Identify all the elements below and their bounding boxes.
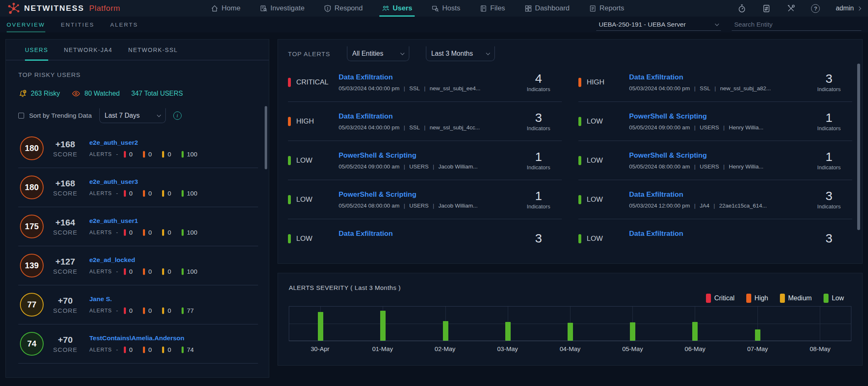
subnav-right-controls: UEBA-250-191 - UEBA Server — [596, 18, 861, 31]
high-count: 0 — [143, 151, 152, 158]
high-severity-pill — [143, 307, 145, 314]
alert-row[interactable]: LOW PowerShell & Scripting 05/05/2024 09… — [288, 141, 562, 180]
user-row[interactable]: 139 +127 SCORE e2e_ad_locked ALERTS - 0 … — [18, 246, 258, 285]
alert-row[interactable]: HIGH Data Exfiltration 05/03/2024 04:00:… — [578, 63, 852, 102]
nav-item-users[interactable]: Users — [382, 0, 412, 17]
tab-users[interactable]: USERS — [25, 40, 48, 60]
chart-x-axis-labels: 30-Apr01-May02-May03-May04-May05-May06-M… — [289, 345, 851, 352]
alert-name-link[interactable]: Data Exfiltration — [629, 73, 683, 81]
alert-name-link[interactable]: PowerShell & Scripting — [339, 151, 416, 159]
alert-name-link[interactable]: Data Exfiltration — [629, 230, 683, 238]
alert-name-link[interactable]: Data Exfiltration — [339, 112, 393, 120]
watched-stat[interactable]: 80 Watched — [71, 89, 120, 98]
top-alerts-panel: TOP ALERTS All Entities Last 3 Months CR… — [278, 39, 863, 264]
time-range-select[interactable]: Last 7 Days — [99, 108, 166, 123]
legend-label: High — [755, 294, 768, 302]
risky-stat[interactable]: 263 Risky — [18, 89, 60, 98]
alert-row[interactable]: CRITICAL Data Exfiltration 05/03/2024 04… — [288, 63, 562, 102]
nav-item-reports[interactable]: Reports — [589, 0, 625, 17]
ueba-server-select[interactable]: UEBA-250-191 - UEBA Server — [596, 18, 721, 31]
alert-row[interactable]: LOW PowerShell & Scripting 05/05/2024 08… — [288, 180, 562, 219]
alert-row[interactable]: LOW Data Exfiltration || 3 — [288, 219, 562, 258]
sort-by-trending-checkbox[interactable] — [18, 113, 24, 119]
user-name-link[interactable]: Jane S. — [89, 295, 112, 302]
user-row[interactable]: 180 +168 SCORE e2e_auth_user2 ALERTS - 0… — [18, 129, 258, 168]
alert-severity: LOW — [578, 234, 629, 243]
x-axis-label: 05-May — [601, 345, 664, 352]
high-count: 0 — [143, 307, 152, 314]
alert-row[interactable]: LOW Data Exfiltration || 3 — [578, 219, 852, 258]
low-bar — [630, 322, 635, 341]
chart-plot-area — [289, 306, 851, 341]
user-row[interactable]: 175 +164 SCORE e2e_auth_user1 ALERTS - 0… — [18, 207, 258, 246]
legend-item[interactable]: Critical — [706, 294, 735, 303]
nav-item-respond[interactable]: Respond — [324, 0, 363, 17]
tab-alerts[interactable]: ALERTS — [110, 17, 138, 32]
legend-item[interactable]: High — [746, 294, 768, 303]
alert-name-link[interactable]: Data Exfiltration — [339, 230, 393, 238]
top-navigation-bar: NETWITNESSPlatform Home Investigate Resp… — [0, 0, 868, 17]
nav-item-files[interactable]: Files — [479, 0, 505, 17]
entity-type-tabs: USERS NETWORK-JA4 NETWORK-SSL — [6, 40, 269, 60]
legend-swatch — [780, 294, 785, 303]
severity-label: LOW — [587, 117, 603, 126]
entities-filter-select[interactable]: All Entities — [347, 46, 409, 61]
nav-item-dashboard[interactable]: Dashboard — [524, 0, 570, 17]
help-icon[interactable]: ? — [811, 4, 820, 13]
user-name-link[interactable]: e2e_ad_locked — [89, 256, 135, 263]
score-trend: +70 — [44, 296, 87, 306]
alert-name-link[interactable]: PowerShell & Scripting — [629, 112, 707, 120]
alert-name-link[interactable]: Data Exfiltration — [339, 73, 393, 81]
alert-entity: new_ssl_subj_a82... — [720, 85, 771, 92]
alerts-panel-scrollbar[interactable] — [857, 64, 860, 230]
severity-pill — [288, 78, 291, 87]
user-name-link[interactable]: TestContains\Amelia.Anderson — [89, 334, 184, 341]
users-panel-scrollbar[interactable] — [265, 106, 267, 169]
alert-name-link[interactable]: Data Exfiltration — [629, 191, 683, 198]
admin-menu[interactable]: admin — [836, 5, 861, 12]
chart-category-cell — [477, 307, 539, 341]
alert-row[interactable]: LOW PowerShell & Scripting 05/05/2024 08… — [578, 141, 852, 180]
alert-row[interactable]: HIGH Data Exfiltration 05/03/2024 04:00:… — [288, 102, 562, 141]
legend-item[interactable]: Medium — [780, 294, 812, 303]
nav-item-hosts[interactable]: Hosts — [431, 0, 460, 17]
risk-score-ring: 139 — [20, 254, 44, 277]
tools-icon[interactable] — [787, 4, 795, 13]
indicators-count: 4 — [515, 72, 562, 85]
alerts-time-filter-select[interactable]: Last 3 Months — [426, 46, 495, 61]
alert-row[interactable]: LOW PowerShell & Scripting 05/05/2024 09… — [578, 102, 852, 141]
alert-name-link[interactable]: PowerShell & Scripting — [339, 191, 416, 198]
stopwatch-icon[interactable] — [738, 4, 746, 13]
tab-overview[interactable]: OVERVIEW — [7, 17, 45, 32]
netwitness-logo-icon — [7, 2, 20, 15]
info-icon[interactable]: i — [173, 111, 182, 120]
alert-row[interactable]: LOW Data Exfiltration 05/03/2024 12:00:0… — [578, 180, 852, 219]
severity-label: LOW — [296, 195, 312, 204]
nav-item-investigate[interactable]: Investigate — [260, 0, 305, 17]
risk-score-ring: 180 — [20, 176, 44, 199]
alerts-grid: CRITICAL Data Exfiltration 05/03/2024 04… — [278, 61, 862, 258]
alert-name-link[interactable]: PowerShell & Scripting — [629, 151, 707, 159]
tab-network-ja4[interactable]: NETWORK-JA4 — [64, 40, 113, 60]
netwitness-logo[interactable]: NETWITNESSPlatform — [7, 2, 120, 15]
nav-item-home[interactable]: Home — [211, 0, 240, 17]
legend-item[interactable]: Low — [824, 294, 844, 303]
tab-entities[interactable]: ENTITIES — [61, 17, 95, 32]
preferences-icon[interactable] — [762, 4, 771, 13]
search-entity-input[interactable] — [732, 18, 861, 31]
score-label: SCORE — [44, 151, 87, 158]
user-name-link[interactable]: e2e_auth_user1 — [89, 217, 138, 224]
user-row[interactable]: 180 +168 SCORE e2e_auth_user3 ALERTS - 0… — [18, 168, 258, 207]
risk-score-ring: 180 — [20, 136, 44, 160]
user-name-link[interactable]: e2e_auth_user3 — [89, 178, 138, 185]
low-bar — [568, 323, 573, 341]
total-users-stat[interactable]: 347 Total USERS — [131, 90, 183, 97]
user-name-link[interactable]: e2e_auth_user2 — [89, 139, 138, 146]
respond-icon — [324, 5, 332, 12]
eye-icon — [71, 89, 81, 98]
user-row[interactable]: 77 +70 SCORE Jane S. ALERTS - 0 0 0 77 — [18, 285, 258, 324]
tab-network-ssl[interactable]: NETWORK-SSL — [128, 40, 178, 60]
user-row[interactable]: 74 +70 SCORE TestContains\Amelia.Anderso… — [18, 324, 258, 364]
score-trend: +127 — [44, 257, 87, 267]
low-bar — [505, 322, 511, 341]
